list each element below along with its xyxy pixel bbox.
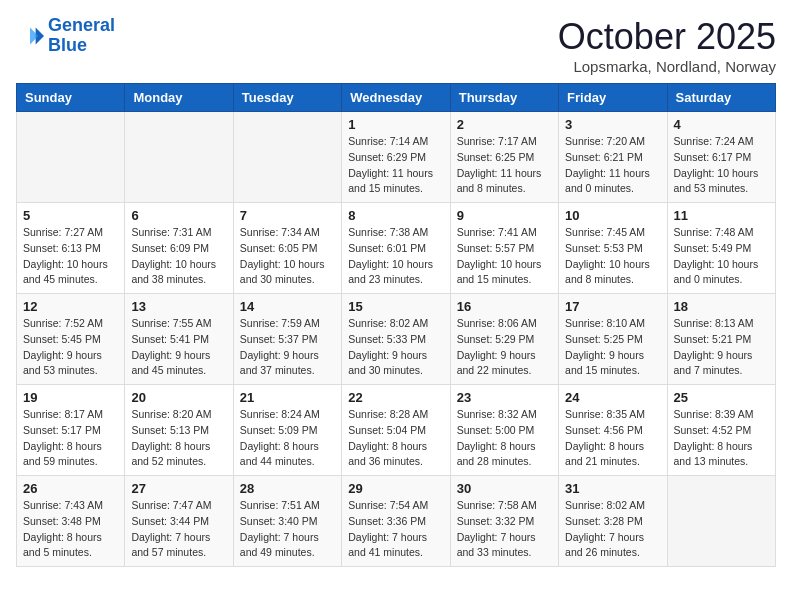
weekday-header-monday: Monday [125,84,233,112]
calendar-cell: 20Sunrise: 8:20 AM Sunset: 5:13 PM Dayli… [125,385,233,476]
weekday-header-tuesday: Tuesday [233,84,341,112]
day-number: 11 [674,208,769,223]
day-info: Sunrise: 8:24 AM Sunset: 5:09 PM Dayligh… [240,407,335,470]
calendar-cell: 25Sunrise: 8:39 AM Sunset: 4:52 PM Dayli… [667,385,775,476]
day-number: 17 [565,299,660,314]
calendar-cell: 30Sunrise: 7:58 AM Sunset: 3:32 PM Dayli… [450,476,558,567]
day-info: Sunrise: 7:20 AM Sunset: 6:21 PM Dayligh… [565,134,660,197]
day-info: Sunrise: 7:58 AM Sunset: 3:32 PM Dayligh… [457,498,552,561]
day-number: 16 [457,299,552,314]
day-number: 26 [23,481,118,496]
day-info: Sunrise: 7:27 AM Sunset: 6:13 PM Dayligh… [23,225,118,288]
calendar-cell: 26Sunrise: 7:43 AM Sunset: 3:48 PM Dayli… [17,476,125,567]
day-number: 3 [565,117,660,132]
day-number: 10 [565,208,660,223]
day-info: Sunrise: 7:41 AM Sunset: 5:57 PM Dayligh… [457,225,552,288]
logo-line2: Blue [48,35,87,55]
day-info: Sunrise: 8:32 AM Sunset: 5:00 PM Dayligh… [457,407,552,470]
calendar-cell: 18Sunrise: 8:13 AM Sunset: 5:21 PM Dayli… [667,294,775,385]
day-info: Sunrise: 8:17 AM Sunset: 5:17 PM Dayligh… [23,407,118,470]
calendar-cell: 23Sunrise: 8:32 AM Sunset: 5:00 PM Dayli… [450,385,558,476]
day-info: Sunrise: 8:35 AM Sunset: 4:56 PM Dayligh… [565,407,660,470]
location: Lopsmarka, Nordland, Norway [558,58,776,75]
day-number: 29 [348,481,443,496]
calendar-cell: 28Sunrise: 7:51 AM Sunset: 3:40 PM Dayli… [233,476,341,567]
day-info: Sunrise: 8:02 AM Sunset: 3:28 PM Dayligh… [565,498,660,561]
calendar-cell: 31Sunrise: 8:02 AM Sunset: 3:28 PM Dayli… [559,476,667,567]
calendar-cell: 7Sunrise: 7:34 AM Sunset: 6:05 PM Daylig… [233,203,341,294]
calendar-week-row: 19Sunrise: 8:17 AM Sunset: 5:17 PM Dayli… [17,385,776,476]
day-number: 28 [240,481,335,496]
day-info: Sunrise: 7:24 AM Sunset: 6:17 PM Dayligh… [674,134,769,197]
calendar-cell: 1Sunrise: 7:14 AM Sunset: 6:29 PM Daylig… [342,112,450,203]
calendar-cell: 12Sunrise: 7:52 AM Sunset: 5:45 PM Dayli… [17,294,125,385]
day-number: 9 [457,208,552,223]
day-number: 18 [674,299,769,314]
day-number: 20 [131,390,226,405]
day-number: 31 [565,481,660,496]
calendar-cell [667,476,775,567]
day-number: 24 [565,390,660,405]
day-info: Sunrise: 7:54 AM Sunset: 3:36 PM Dayligh… [348,498,443,561]
day-info: Sunrise: 8:13 AM Sunset: 5:21 PM Dayligh… [674,316,769,379]
day-info: Sunrise: 8:20 AM Sunset: 5:13 PM Dayligh… [131,407,226,470]
day-info: Sunrise: 8:39 AM Sunset: 4:52 PM Dayligh… [674,407,769,470]
day-info: Sunrise: 8:28 AM Sunset: 5:04 PM Dayligh… [348,407,443,470]
calendar-cell: 3Sunrise: 7:20 AM Sunset: 6:21 PM Daylig… [559,112,667,203]
calendar-cell: 17Sunrise: 8:10 AM Sunset: 5:25 PM Dayli… [559,294,667,385]
title-block: October 2025 Lopsmarka, Nordland, Norway [558,16,776,75]
calendar-cell: 4Sunrise: 7:24 AM Sunset: 6:17 PM Daylig… [667,112,775,203]
logo: General Blue [16,16,115,56]
day-number: 14 [240,299,335,314]
calendar-cell: 27Sunrise: 7:47 AM Sunset: 3:44 PM Dayli… [125,476,233,567]
day-info: Sunrise: 7:51 AM Sunset: 3:40 PM Dayligh… [240,498,335,561]
day-number: 13 [131,299,226,314]
day-number: 25 [674,390,769,405]
calendar-cell [17,112,125,203]
calendar-cell: 8Sunrise: 7:38 AM Sunset: 6:01 PM Daylig… [342,203,450,294]
day-info: Sunrise: 7:45 AM Sunset: 5:53 PM Dayligh… [565,225,660,288]
day-info: Sunrise: 8:10 AM Sunset: 5:25 PM Dayligh… [565,316,660,379]
day-info: Sunrise: 7:52 AM Sunset: 5:45 PM Dayligh… [23,316,118,379]
calendar-cell [233,112,341,203]
day-number: 12 [23,299,118,314]
calendar-week-row: 1Sunrise: 7:14 AM Sunset: 6:29 PM Daylig… [17,112,776,203]
logo-icon [16,22,44,50]
day-number: 19 [23,390,118,405]
weekday-header-sunday: Sunday [17,84,125,112]
calendar-cell: 14Sunrise: 7:59 AM Sunset: 5:37 PM Dayli… [233,294,341,385]
calendar-cell: 24Sunrise: 8:35 AM Sunset: 4:56 PM Dayli… [559,385,667,476]
logo-line1: General [48,15,115,35]
day-info: Sunrise: 7:38 AM Sunset: 6:01 PM Dayligh… [348,225,443,288]
calendar-cell: 13Sunrise: 7:55 AM Sunset: 5:41 PM Dayli… [125,294,233,385]
calendar-cell: 16Sunrise: 8:06 AM Sunset: 5:29 PM Dayli… [450,294,558,385]
weekday-header-wednesday: Wednesday [342,84,450,112]
day-number: 2 [457,117,552,132]
weekday-header-thursday: Thursday [450,84,558,112]
logo-text: General Blue [48,16,115,56]
calendar-cell: 5Sunrise: 7:27 AM Sunset: 6:13 PM Daylig… [17,203,125,294]
calendar-cell: 21Sunrise: 8:24 AM Sunset: 5:09 PM Dayli… [233,385,341,476]
page-header: General Blue October 2025 Lopsmarka, Nor… [16,16,776,75]
day-info: Sunrise: 7:31 AM Sunset: 6:09 PM Dayligh… [131,225,226,288]
day-info: Sunrise: 7:55 AM Sunset: 5:41 PM Dayligh… [131,316,226,379]
calendar-cell: 2Sunrise: 7:17 AM Sunset: 6:25 PM Daylig… [450,112,558,203]
day-number: 1 [348,117,443,132]
weekday-header-friday: Friday [559,84,667,112]
day-number: 30 [457,481,552,496]
day-info: Sunrise: 7:48 AM Sunset: 5:49 PM Dayligh… [674,225,769,288]
calendar-cell: 10Sunrise: 7:45 AM Sunset: 5:53 PM Dayli… [559,203,667,294]
day-number: 6 [131,208,226,223]
day-number: 27 [131,481,226,496]
calendar-table: SundayMondayTuesdayWednesdayThursdayFrid… [16,83,776,567]
day-number: 7 [240,208,335,223]
day-info: Sunrise: 7:43 AM Sunset: 3:48 PM Dayligh… [23,498,118,561]
day-number: 23 [457,390,552,405]
month-title: October 2025 [558,16,776,58]
calendar-week-row: 5Sunrise: 7:27 AM Sunset: 6:13 PM Daylig… [17,203,776,294]
calendar-cell: 6Sunrise: 7:31 AM Sunset: 6:09 PM Daylig… [125,203,233,294]
calendar-cell: 22Sunrise: 8:28 AM Sunset: 5:04 PM Dayli… [342,385,450,476]
weekday-header-saturday: Saturday [667,84,775,112]
calendar-cell: 29Sunrise: 7:54 AM Sunset: 3:36 PM Dayli… [342,476,450,567]
calendar-cell [125,112,233,203]
